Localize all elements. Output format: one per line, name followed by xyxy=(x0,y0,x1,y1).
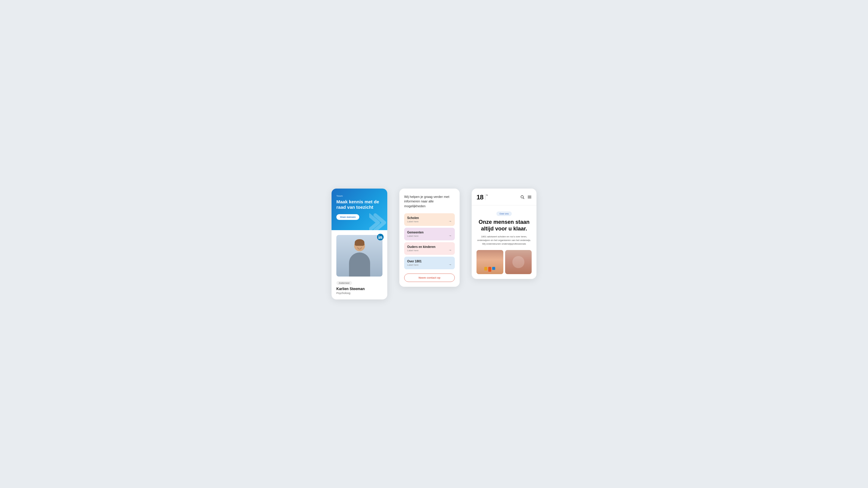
svg-text:ᵒ¹: ᵒ¹ xyxy=(486,194,488,197)
hero-section: Team Maak kennis met de raad van toezich… xyxy=(332,189,387,230)
list-item-scholen[interactable]: Scholen Label here → xyxy=(404,213,455,226)
item-sublabel: Label here xyxy=(407,220,419,223)
arrow-icon: → xyxy=(448,263,452,266)
chevron-decoration xyxy=(369,212,387,230)
about-page-card: 18 ᵒ¹ xyxy=(472,189,536,279)
item-label: Scholen xyxy=(407,216,419,220)
item-sublabel: Label here xyxy=(407,264,422,266)
svg-text:18: 18 xyxy=(476,193,484,201)
item-text: Over 1801 Label here xyxy=(407,260,422,266)
image-grid xyxy=(476,250,532,274)
navigation-menu-card: Wij helpen je graag verder met informere… xyxy=(399,189,460,287)
hero-title: Maak kennis met de raad van toezicht xyxy=(336,199,382,210)
search-icon[interactable] xyxy=(520,195,524,200)
item-label: Over 1801 xyxy=(407,260,422,263)
arrow-icon: → xyxy=(448,248,452,252)
item-text: Ouders en kinderen Label here xyxy=(407,245,435,252)
contact-button[interactable]: Neem contact op xyxy=(404,273,455,282)
card-body: Over ons Onze mensen staan altijd voor u… xyxy=(472,205,536,279)
list-item-ouders[interactable]: Ouders en kinderen Label here → xyxy=(404,242,455,255)
item-text: Gemeenten Label here xyxy=(407,231,424,237)
arrow-icon: → xyxy=(448,219,452,223)
card-header: 18 ᵒ¹ xyxy=(472,189,536,205)
item-text: Scholen Label here xyxy=(407,216,419,223)
onze-mensen-button[interactable]: Onze mensen xyxy=(336,214,359,220)
image-1 xyxy=(476,250,503,274)
logo: 18 ᵒ¹ xyxy=(476,193,495,202)
category-tag: Over ons xyxy=(496,212,512,216)
location-badge: Zoetermeer xyxy=(336,281,352,285)
image-2 xyxy=(505,250,532,274)
team-label: Team xyxy=(336,195,382,197)
person-hair xyxy=(355,239,364,246)
person-name: Karlien Steeman xyxy=(336,287,382,291)
nav-icons xyxy=(520,195,532,200)
item-label: Gemeenten xyxy=(407,231,424,234)
team-profile-card: Team Maak kennis met de raad van toezich… xyxy=(332,189,387,299)
profile-photo xyxy=(336,235,382,276)
item-sublabel: Label here xyxy=(407,249,435,252)
linkedin-icon[interactable] xyxy=(377,234,384,240)
menu-list: Scholen Label here → Gemeenten Label her… xyxy=(404,213,455,269)
arrow-icon: → xyxy=(448,234,452,237)
screens-container: Team Maak kennis met de raad van toezich… xyxy=(332,189,536,299)
svg-line-4 xyxy=(523,198,524,199)
page-title: Onze mensen staan altijd voor u klaar. xyxy=(476,219,532,232)
menu-icon[interactable] xyxy=(527,195,532,200)
logo-svg: 18 ᵒ¹ xyxy=(476,193,495,201)
item-sublabel: Label here xyxy=(407,235,424,237)
person-image xyxy=(346,237,373,276)
list-item-over[interactable]: Over 1801 Label here → xyxy=(404,257,455,269)
page-description: 1801 adviseert scholen en roc's over ler… xyxy=(476,235,532,246)
profile-section: Zoetermeer Karlien Steeman Psycholoog xyxy=(332,230,387,299)
item-label: Ouders en kinderen xyxy=(407,245,435,249)
list-item-gemeenten[interactable]: Gemeenten Label here → xyxy=(404,228,455,240)
person-body xyxy=(349,253,370,276)
person-role: Psycholoog xyxy=(336,292,382,295)
headline-text: Wij helpen je graag verder met informere… xyxy=(404,195,455,208)
person-head xyxy=(354,240,365,251)
